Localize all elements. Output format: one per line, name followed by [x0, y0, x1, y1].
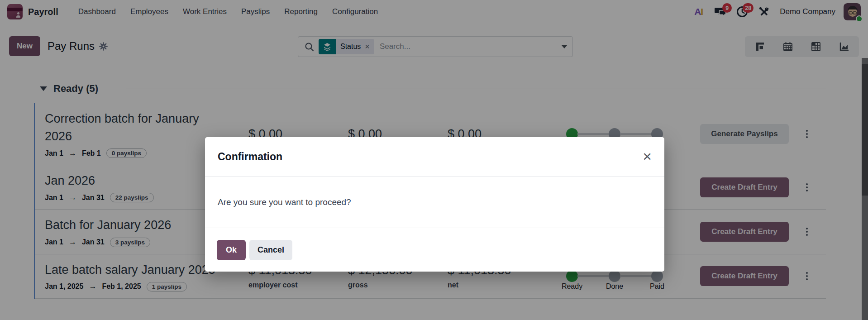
ok-button[interactable]: Ok [217, 240, 246, 260]
modal-body: Are you sure you want to proceed? [205, 177, 664, 228]
modal-message: Are you sure you want to proceed? [218, 197, 351, 207]
modal-header: Confirmation × [205, 137, 664, 177]
close-icon[interactable]: × [643, 150, 652, 162]
confirmation-dialog: Confirmation × Are you sure you want to … [205, 137, 664, 272]
scrollbar-thumb[interactable] [862, 64, 868, 196]
modal-footer: Ok Cancel [205, 228, 664, 272]
vertical-scrollbar[interactable] [862, 58, 868, 320]
payroll-app-window: Payroll DashboardEmployeesWork EntriesPa… [0, 0, 868, 320]
cancel-button[interactable]: Cancel [249, 240, 292, 260]
modal-title: Confirmation [218, 151, 282, 163]
